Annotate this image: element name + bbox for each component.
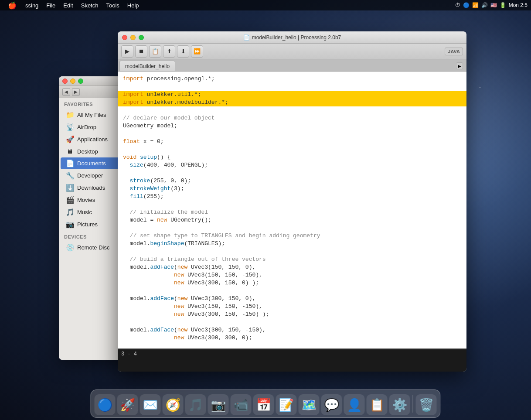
menubar-battery-icon: 🔋	[500, 2, 506, 8]
dock-item-maps[interactable]: 🗺️	[299, 394, 320, 415]
applications-icon: 🚀	[66, 135, 74, 143]
window-title-text: modelBuilder_hello | Processing 2.0b7	[252, 34, 341, 41]
dock-separator	[413, 395, 413, 413]
dock-item-iphoto[interactable]: 📷	[208, 394, 229, 415]
dock-item-notes[interactable]: 📝	[276, 394, 297, 415]
star-decoration	[480, 87, 480, 88]
movies-icon: 🎬	[66, 196, 74, 204]
code-line-30: new UVec3(150, 150, -150),	[123, 303, 461, 311]
remote-disc-icon: 💿	[66, 243, 74, 252]
downloads-icon: ⬇️	[66, 184, 74, 192]
dock-item-contacts[interactable]: 👤	[344, 394, 365, 415]
code-line-26: new UVec3(150, 150, -150),	[123, 271, 461, 279]
all-my-files-icon: 📁	[66, 111, 74, 119]
code-line-21: // set shape type to TRIANGLES and begin…	[123, 232, 461, 240]
menubar: 🍎 ssing File Edit Sketch Tools Help ⏱ 🔵 …	[0, 0, 531, 10]
processing-window-title: 📄 modelBuilder_hello | Processing 2.0b7	[243, 34, 341, 41]
finder-minimize-button[interactable]	[70, 79, 75, 84]
sidebar-item-label: Developer	[77, 172, 103, 179]
stop-button[interactable]: ⏹	[135, 45, 147, 58]
menubar-file[interactable]: File	[43, 1, 59, 10]
processing-tabs: modelBuilder_hello ▶	[118, 59, 466, 72]
menubar-sketch[interactable]: Sketch	[78, 1, 102, 10]
apple-menu[interactable]: 🍎	[3, 0, 21, 10]
sidebar-item-label: Remote Disc	[77, 244, 109, 251]
dock-item-calendar[interactable]: 📅	[253, 394, 274, 415]
finder-close-button[interactable]	[62, 79, 68, 84]
dock-item-launchpad[interactable]: 🚀	[117, 394, 138, 415]
processing-titlebar: 📄 modelBuilder_hello | Processing 2.0b7	[118, 31, 466, 44]
save-button[interactable]: ⬇	[177, 45, 189, 58]
dock: 🔵 🚀 ✉️ 🧭 🎵 📷 📹 📅 📝 🗺️ 💬 👤 📋 ⚙️ 🗑️	[91, 389, 441, 418]
code-line-31: new UVec3(300, 150, -150) );	[123, 311, 461, 318]
code-line-27: new UVec3(300, 150, 0) );	[123, 279, 461, 287]
menubar-wifi-icon: 📶	[472, 2, 479, 8]
developer-icon: 🔧	[66, 171, 74, 180]
finder-forward-button[interactable]: ▶	[72, 88, 80, 96]
dock-item-safari[interactable]: 🧭	[163, 394, 184, 415]
menubar-bluetooth-icon: 🔵	[463, 2, 470, 8]
code-line-25: model.addFace(new UVec3(150, 150, 0),	[123, 263, 461, 271]
code-line-34: new UVec3(300, 300, 0);	[123, 334, 461, 342]
dock-item-messages[interactable]: 💬	[321, 394, 342, 415]
menubar-right: ⏱ 🔵 📶 🔊 🇺🇸 🔋 Mon 2:5	[455, 2, 528, 8]
new-button[interactable]: 📋	[149, 45, 161, 58]
code-editor[interactable]: import processing.opengl.*; import unlek…	[118, 72, 466, 348]
dock-item-mail[interactable]: ✉️	[140, 394, 161, 415]
code-line-7: UGeometry model;	[123, 122, 461, 130]
dock-item-trash[interactable]: 🗑️	[416, 394, 437, 415]
processing-window: 📄 modelBuilder_hello | Processing 2.0b7 …	[118, 31, 466, 372]
code-line-19: model = new UGeometry();	[123, 216, 461, 224]
dock-item-facetime[interactable]: 📹	[231, 394, 252, 415]
code-line-6: // declare our model object	[123, 114, 461, 122]
processing-toolbar: ▶ ⏹ 📋 ⬆ ⬇ ⏩ JAVA	[118, 44, 466, 59]
processing-minimize-button[interactable]	[130, 35, 136, 40]
code-line-33: model.addFace(new UVec3(300, 150, -150),	[123, 326, 461, 334]
code-line-24: // build a triangle out of three vectors	[123, 256, 461, 263]
finder-back-button[interactable]: ◀	[62, 88, 70, 96]
sidebar-item-label: Desktop	[77, 148, 98, 155]
code-line-15: strokeWeight(3);	[123, 185, 461, 193]
code-line-1: import processing.opengl.*;	[123, 75, 461, 83]
sidebar-item-label: Documents	[77, 160, 106, 167]
menubar-tools[interactable]: Tools	[102, 1, 123, 10]
menubar-clock: Mon 2:5	[509, 2, 528, 8]
dock-item-music[interactable]: 🎵	[185, 394, 206, 415]
code-line-5	[123, 106, 461, 114]
documents-icon: 📄	[66, 159, 74, 167]
tab-arrow-button[interactable]: ▶	[456, 62, 463, 69]
code-line-16: fill(255);	[123, 193, 461, 201]
code-line-3: import unlekker.util.*;	[118, 91, 466, 99]
dock-item-system-prefs[interactable]: ⚙️	[389, 394, 410, 415]
sidebar-item-label: Movies	[77, 197, 95, 203]
menubar-edit[interactable]: Edit	[60, 1, 76, 10]
airdrop-icon: 📡	[66, 123, 74, 131]
menubar-app-name[interactable]: ssing	[22, 1, 42, 10]
code-line-13	[123, 169, 461, 177]
code-line-20	[123, 224, 461, 232]
processing-close-button[interactable]	[122, 35, 127, 40]
console-status: 3 - 4	[118, 349, 466, 359]
run-button[interactable]: ▶	[121, 45, 133, 58]
sidebar-item-label: Pictures	[77, 221, 98, 228]
code-line-11: void setup() {	[123, 154, 461, 161]
processing-maximize-button[interactable]	[139, 35, 144, 40]
dock-item-reminders[interactable]: 📋	[367, 394, 388, 415]
finder-maximize-button[interactable]	[78, 79, 83, 84]
code-line-29: model.addFace(new UVec3(300, 150, 0),	[123, 295, 461, 303]
menubar-help[interactable]: Help	[124, 1, 143, 10]
code-line-10	[123, 146, 461, 154]
code-line-12: size(400, 400, OPENGL);	[123, 161, 461, 169]
code-line-2	[123, 83, 461, 91]
tab-modelbuilder-hello[interactable]: modelBuilder_hello	[119, 61, 175, 71]
dock-item-finder[interactable]: 🔵	[95, 394, 116, 415]
code-line-17	[123, 201, 461, 208]
export-button[interactable]: ⏩	[191, 45, 203, 58]
java-mode-badge[interactable]: JAVA	[445, 48, 463, 55]
code-line-14: stroke(255, 0, 0);	[123, 177, 461, 185]
sidebar-item-label: All My Files	[77, 112, 106, 118]
sidebar-item-label: Music	[77, 209, 92, 215]
open-button[interactable]: ⬆	[163, 45, 175, 58]
console-area: 3 - 4	[118, 348, 466, 372]
sidebar-item-label: Downloads	[77, 184, 105, 191]
